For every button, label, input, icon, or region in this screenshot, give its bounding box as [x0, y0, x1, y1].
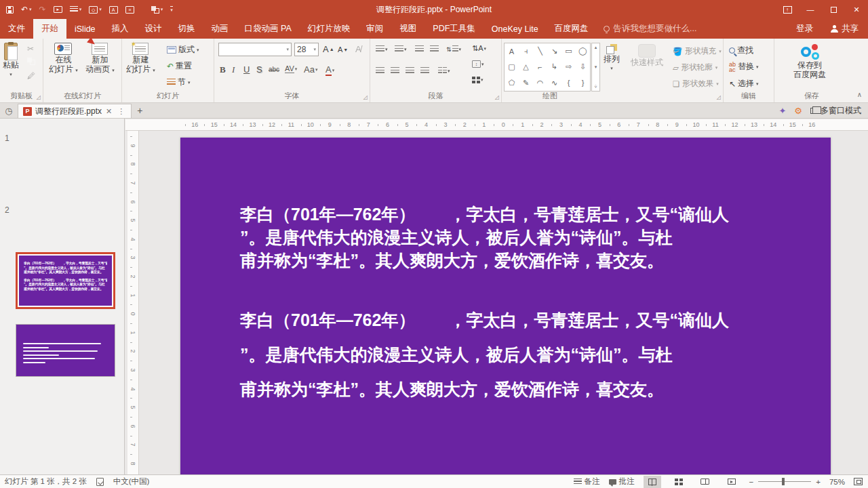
- bold-button[interactable]: B: [220, 64, 226, 75]
- undo-button[interactable]: ↶▾: [21, 5, 32, 14]
- reading-view-button[interactable]: [696, 476, 714, 488]
- smartart-convert-button[interactable]: ▾: [472, 77, 484, 83]
- new-animation-page-button[interactable]: 新加 动画页 ▾: [85, 43, 115, 75]
- tab-more-icon[interactable]: ⋮: [116, 107, 126, 116]
- increase-indent-icon[interactable]: [430, 45, 439, 53]
- columns-button[interactable]: ▾: [438, 67, 450, 75]
- shrink-font-button[interactable]: A▼: [338, 45, 348, 54]
- justify-icon[interactable]: [420, 67, 429, 75]
- start-slideshow-icon[interactable]: ▸: [54, 6, 62, 13]
- tab-slideshow[interactable]: 幻灯片放映: [300, 19, 359, 39]
- save-icon[interactable]: [6, 6, 14, 14]
- new-tab-button[interactable]: +: [132, 103, 148, 118]
- zoom-in-button[interactable]: +: [816, 478, 821, 486]
- shape-gallery-item[interactable]: {: [568, 79, 570, 87]
- shape-gallery-item[interactable]: ▢: [508, 62, 515, 71]
- shape-gallery-item[interactable]: ↳: [551, 62, 557, 71]
- tab-design[interactable]: 设计: [137, 19, 170, 39]
- arrange-windows-icon[interactable]: ▾: [151, 6, 163, 14]
- shape-gallery-item[interactable]: ↘: [551, 47, 557, 56]
- drawing-dialog-launcher[interactable]: ◿: [717, 94, 721, 100]
- tab-transitions[interactable]: 切换: [170, 19, 203, 39]
- character-spacing-button[interactable]: AV▾: [285, 64, 297, 73]
- shape-gallery-item[interactable]: △: [523, 62, 528, 71]
- new-slide-button[interactable]: ✶ 新建 幻灯片 ▾: [126, 43, 155, 75]
- login-button[interactable]: 登录: [788, 19, 821, 39]
- slide-text-box[interactable]: 李白（701年—762年） ，字太白，号青莲居士，又号“谪仙人”。是唐代伟大的浪…: [240, 203, 800, 407]
- magic-wand-icon[interactable]: ✦: [778, 106, 786, 116]
- tab-onekey[interactable]: OneKey Lite: [484, 19, 547, 39]
- slide-1[interactable]: 李白（701年—762年） ，字太白，号青莲居士，又号“谪仙人”。是唐代伟大的浪…: [180, 138, 831, 474]
- decrease-indent-icon[interactable]: [415, 45, 424, 53]
- shape-gallery-item[interactable]: ◯: [578, 47, 587, 56]
- change-case-button[interactable]: Aa▾: [304, 64, 317, 75]
- arrange-button[interactable]: 排列 ▾: [604, 44, 620, 73]
- shape-gallery-item[interactable]: ⬠: [509, 79, 515, 87]
- collapse-ribbon-icon[interactable]: ∧: [857, 91, 862, 98]
- strikethrough-button[interactable]: abc: [269, 66, 279, 73]
- shape-gallery-item[interactable]: A: [509, 47, 514, 56]
- text-shadow-button[interactable]: S: [256, 64, 262, 75]
- notes-button[interactable]: 备注: [574, 476, 600, 487]
- tab-view[interactable]: 视图: [391, 19, 425, 39]
- shape-gallery-item[interactable]: ╲: [538, 47, 542, 56]
- shape-format-icon[interactable]: ◇▾: [89, 6, 102, 14]
- find-button[interactable]: 查找: [729, 45, 753, 56]
- tab-insert[interactable]: 插入: [104, 19, 137, 39]
- align-left-icon[interactable]: [376, 67, 384, 75]
- zoom-slider-handle[interactable]: [782, 478, 785, 485]
- thumbnail-slide-1[interactable]: 李白（701年—762年） ，字太白，号青莲居士，又号“谪仙人”。是唐代伟大的浪…: [16, 252, 115, 309]
- spellcheck-icon[interactable]: [96, 478, 104, 486]
- layout-button[interactable]: 版式▾: [167, 44, 199, 56]
- slide-sorter-view-button[interactable]: [670, 476, 688, 488]
- customize-qat-icon[interactable]: ▾: [170, 6, 173, 13]
- tab-home[interactable]: 开始: [33, 19, 66, 39]
- shape-gallery-item[interactable]: ∿: [551, 79, 557, 87]
- reset-button[interactable]: ↶重置: [167, 60, 192, 72]
- paragraph-dialog-launcher[interactable]: ◿: [495, 94, 499, 100]
- shape-gallery-scrollbar[interactable]: ▴ ▾ ⩒: [591, 43, 600, 92]
- numbering-button[interactable]: ▾: [395, 45, 407, 53]
- shape-gallery-item[interactable]: ◠: [537, 79, 544, 87]
- grow-font-button[interactable]: A▲: [323, 44, 334, 54]
- clear-formatting-icon[interactable]: A̸: [355, 44, 361, 54]
- tab-file[interactable]: 文件: [0, 19, 33, 39]
- select-button[interactable]: ↖选择▾: [729, 78, 759, 89]
- language-indicator[interactable]: 中文(中国): [113, 476, 150, 487]
- scroll-down-icon[interactable]: ▾: [595, 64, 597, 70]
- shape-gallery-item[interactable]: ✎: [523, 79, 529, 87]
- align-right-icon[interactable]: [406, 67, 414, 75]
- align-center-icon[interactable]: [391, 67, 399, 75]
- fit-to-window-icon[interactable]: [854, 478, 863, 485]
- thumbnail-slide-2[interactable]: [16, 324, 115, 377]
- online-slides-button[interactable]: 在线 幻灯片 ▾: [49, 43, 78, 75]
- tab-pdf-tools[interactable]: PDF工具集: [425, 19, 484, 39]
- font-name-combobox[interactable]: ▾: [218, 43, 292, 56]
- close-tab-icon[interactable]: ✕: [105, 107, 113, 116]
- italic-button[interactable]: I: [232, 64, 235, 75]
- comments-button[interactable]: 批注: [609, 476, 635, 487]
- clipboard-dialog-launcher[interactable]: ◿: [37, 94, 41, 100]
- minimize-button[interactable]: —: [799, 0, 822, 19]
- font-size-combobox[interactable]: 28▾: [294, 43, 319, 56]
- tab-animations[interactable]: 动画: [203, 19, 237, 39]
- share-button[interactable]: 共享: [821, 19, 868, 39]
- line-spacing-button[interactable]: ⇅▾: [446, 45, 461, 53]
- font-dialog-launcher[interactable]: ◿: [363, 94, 368, 100]
- paste-button[interactable]: 粘贴 ▾: [3, 43, 19, 79]
- tab-review[interactable]: 审阅: [358, 19, 391, 39]
- tab-baidu-netdisk[interactable]: 百度网盘: [547, 19, 597, 39]
- textbox-icon[interactable]: A: [109, 6, 118, 14]
- font-color-button[interactable]: A▾: [326, 64, 334, 76]
- restore-button[interactable]: [822, 0, 845, 19]
- align-text-button[interactable]: ↕▾: [472, 60, 484, 68]
- tab-pocket-animation[interactable]: 口袋动画 PA: [237, 19, 300, 39]
- normal-view-button[interactable]: [644, 476, 661, 488]
- text-direction-button[interactable]: ⇅A▾: [472, 44, 486, 53]
- multi-window-mode-button[interactable]: 多窗口模式: [810, 105, 861, 117]
- shape-gallery-item[interactable]: }: [582, 79, 585, 87]
- zoom-out-button[interactable]: −: [749, 478, 754, 486]
- settings-gear-icon[interactable]: ⚙: [794, 106, 802, 116]
- animation-pane-icon[interactable]: ▾: [70, 6, 82, 13]
- zoom-percentage[interactable]: 75%: [829, 478, 845, 486]
